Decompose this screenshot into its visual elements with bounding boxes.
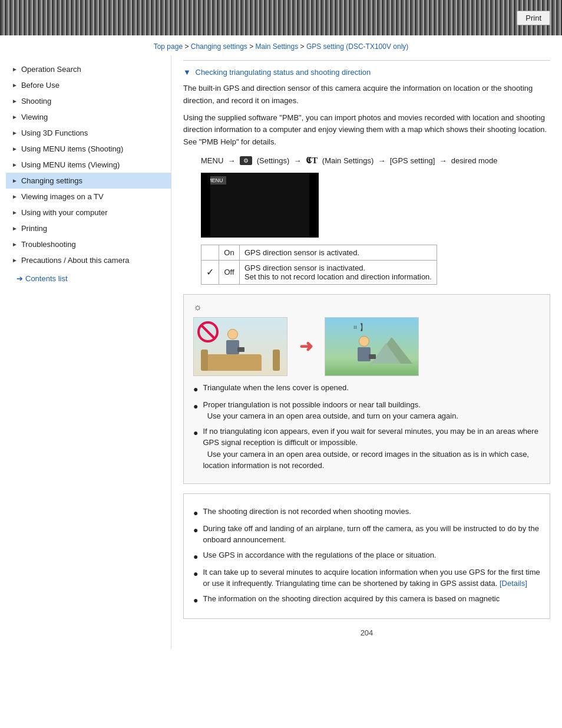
sidebar-item-label: Shooting — [21, 97, 51, 106]
sidebar-item-label: Using 3D Functions — [21, 129, 88, 137]
sidebar-item-menu-viewing[interactable]: ► Using MENU items (Viewing) — [6, 157, 171, 173]
list-item: ● Proper triangulation is not possible i… — [193, 399, 540, 422]
sidebar-item-printing[interactable]: ► Printing — [6, 220, 171, 236]
illustration-outdoor: 】 ⌗ — [325, 317, 419, 376]
gps-table: On GPS direction sensor is activated. ✓ … — [201, 245, 437, 285]
camera-screen-wrapper: MENU — [201, 173, 550, 238]
sidebar-item-label: Using with your computer — [21, 208, 108, 217]
transition-arrow: ➜ — [299, 337, 313, 356]
arrow-icon: ► — [12, 66, 18, 73]
sidebar-item-viewing-tv[interactable]: ► Viewing images on a TV — [6, 189, 171, 205]
list-item: ● It can take up to several minutes to a… — [193, 566, 540, 589]
sidebar-item-troubleshooting[interactable]: ► Troubleshooting — [6, 236, 171, 252]
sidebar-item-using-3d[interactable]: ► Using 3D Functions — [6, 125, 171, 141]
list-item: ● The information on the shooting direct… — [193, 593, 540, 607]
paragraph-2: Using the supplied software "PMB", you c… — [183, 112, 550, 149]
sidebar-item-label: Before Use — [21, 81, 59, 90]
camera-screen: MENU — [201, 173, 319, 238]
breadcrumb-main-settings[interactable]: Main Settings — [256, 42, 299, 51]
desc-cell: GPS direction sensor is activated. — [240, 245, 437, 260]
divider — [183, 60, 550, 61]
left-bar — [201, 173, 210, 238]
sidebar-item-computer[interactable]: ► Using with your computer — [6, 205, 171, 220]
triangle-icon: ▼ — [183, 68, 191, 77]
arrow-icon: ► — [12, 162, 18, 168]
bullet-icon: ● — [193, 551, 198, 563]
sidebar-item-precautions[interactable]: ► Precautions / About this camera — [6, 252, 171, 268]
desc-cell: GPS direction sensor is inactivated.Set … — [240, 260, 437, 284]
breadcrumb-changing[interactable]: Changing settings — [191, 42, 247, 51]
no-symbol-icon — [197, 321, 219, 342]
table-row: ✓ Off GPS direction sensor is inactivate… — [201, 260, 437, 284]
illustration-indoor — [193, 317, 287, 376]
sidebar-item-label: Viewing images on a TV — [21, 192, 104, 201]
tip-box: ☼ — [183, 294, 550, 484]
arrow-icon: ► — [12, 241, 18, 248]
mode-cell: Off — [219, 260, 240, 284]
contents-list[interactable]: ➔ Contents list — [6, 274, 171, 283]
sidebar-item-label: Viewing — [21, 113, 48, 121]
table-row: On GPS direction sensor is activated. — [201, 245, 437, 260]
breadcrumb: Top page > Changing settings > Main Sett… — [0, 35, 562, 55]
note-box: ● The shooting direction is not recorded… — [183, 493, 550, 619]
right-bar — [309, 173, 319, 238]
list-item: ● Use GPS in accordance with the regulat… — [193, 549, 540, 563]
svg-line-1 — [201, 325, 215, 339]
sidebar-item-label: Operation Search — [21, 65, 81, 74]
list-item: ● Triangulate when the lens cover is ope… — [193, 382, 540, 396]
header-bar: Print — [0, 0, 562, 35]
list-item: ● If no triangulating icon appears, even… — [193, 426, 540, 472]
sidebar-item-label: Using MENU items (Shooting) — [21, 144, 123, 153]
sidebar-item-label: Printing — [21, 224, 47, 233]
settings-icon: ⚙ — [240, 156, 252, 165]
sidebar-item-changing-settings[interactable]: ► Changing settings — [6, 173, 171, 189]
details-link[interactable]: [Details] — [500, 579, 527, 588]
sidebar-item-label: Using MENU items (Viewing) — [21, 160, 120, 169]
breadcrumb-top[interactable]: Top page — [154, 42, 183, 51]
bullet-icon: ● — [193, 594, 198, 607]
check-cell — [201, 245, 219, 260]
sidebar-item-operation-search[interactable]: ► Operation Search — [6, 61, 171, 77]
bullet-icon: ● — [193, 524, 198, 536]
main-content: ▼ Checking triangulating status and shoo… — [171, 55, 562, 649]
arrow-right-icon: ➔ — [16, 274, 23, 283]
sidebar-item-shooting[interactable]: ► Shooting — [6, 93, 171, 109]
arrow-icon: ► — [12, 130, 18, 136]
print-button[interactable]: Print — [517, 11, 550, 25]
arrow-icon: ► — [12, 209, 18, 216]
arrow-icon: ► — [12, 98, 18, 104]
section-title: ▼ Checking triangulating status and shoo… — [183, 68, 550, 77]
sidebar-item-label: Precautions / About this camera — [21, 256, 130, 265]
list-item: ● The shooting direction is not recorded… — [193, 506, 540, 519]
paragraph-1: The built-in GPS and direction sensor of… — [183, 83, 550, 107]
list-item: ● During take off and landing of an airp… — [193, 523, 540, 546]
note-bullet-list: ● The shooting direction is not recorded… — [193, 506, 540, 607]
menu-formula: MENU → ⚙ (Settings) → 𝕮T (Main Settings)… — [201, 156, 550, 166]
bullet-icon: ● — [193, 507, 198, 519]
main-settings-icon: 𝕮T — [306, 156, 318, 166]
arrow-icon: ► — [12, 146, 18, 152]
sidebar-item-label: Troubleshooting — [21, 240, 76, 249]
page-number: 204 — [183, 628, 550, 637]
arrow-icon: ► — [12, 193, 18, 200]
bullet-icon: ● — [193, 383, 198, 396]
sidebar-item-viewing[interactable]: ► Viewing — [6, 109, 171, 125]
arrow-icon: ► — [12, 177, 18, 184]
bullet-icon: ● — [193, 427, 198, 439]
arrow-icon: ► — [12, 257, 18, 263]
tip-icon: ☼ — [193, 302, 540, 312]
sidebar-item-label: Changing settings — [21, 176, 82, 185]
layout: ► Operation Search ► Before Use ► Shooti… — [0, 55, 562, 649]
contents-list-link[interactable]: Contents list — [25, 274, 68, 283]
breadcrumb-gps[interactable]: GPS setting (DSC-TX100V only) — [306, 42, 408, 51]
bullet-icon: ● — [193, 568, 198, 580]
arrow-icon: ► — [12, 82, 18, 88]
arrow-icon: ► — [12, 114, 18, 120]
sidebar-item-menu-shooting[interactable]: ► Using MENU items (Shooting) — [6, 141, 171, 157]
check-cell: ✓ — [201, 260, 219, 284]
sidebar-item-before-use[interactable]: ► Before Use — [6, 77, 171, 93]
arrow-icon: ► — [12, 225, 18, 232]
mode-cell: On — [219, 245, 240, 260]
tip-bullet-list: ● Triangulate when the lens cover is ope… — [193, 382, 540, 472]
tip-images: ➜ 】 ⌗ — [193, 317, 540, 376]
